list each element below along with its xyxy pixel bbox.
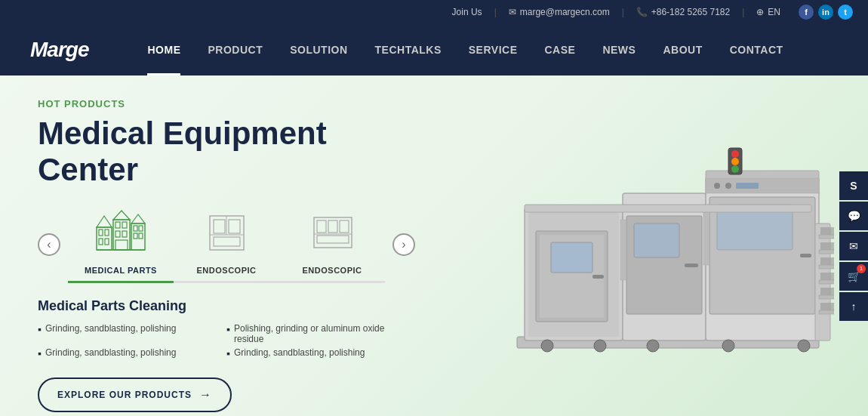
main-title: Medical Equipment Center [38,116,400,189]
skype-button[interactable]: S [839,171,868,200]
side-buttons: S 💬 ✉ 🛒 1 ↑ [839,171,868,321]
svg-rect-15 [139,233,143,239]
svg-point-63 [731,158,739,165]
linkedin-icon[interactable]: in [818,5,833,20]
product-title: Medical Parts Cleaning [38,298,400,314]
svg-rect-14 [134,233,137,239]
svg-rect-37 [593,275,604,279]
divider-1: | [494,7,497,17]
svg-rect-42 [634,223,679,257]
svg-rect-12 [134,226,137,231]
machine-image [472,103,834,390]
carousel-label-endoscopic-2: ENDOSCOPIC [303,266,362,275]
twitter-icon[interactable]: t [838,5,853,20]
carousel-underline-endoscopic-2 [279,281,385,283]
nav-techtalks[interactable]: TECHTALKS [362,24,455,75]
nav-service[interactable]: SERVICE [455,24,531,75]
svg-rect-21 [214,220,225,233]
carousel-underline-endoscopic-1 [174,281,279,283]
svg-rect-28 [328,220,337,233]
logo: Marge [30,38,88,62]
phone-contact[interactable]: 📞 +86-182 5265 7182 [636,7,730,17]
join-us-link[interactable]: Join Us [452,7,482,17]
svg-point-73 [798,340,810,352]
arrow-up-icon: ↑ [851,300,857,313]
carousel-label-medical: MEDICAL PARTS [85,266,157,275]
feature-4: ▪ Grinding, sandblasting, polishing [226,347,400,360]
carousel-item-endoscopic-1[interactable]: ENDOSCOPIC [174,207,279,283]
svg-rect-9 [122,231,127,237]
explore-button[interactable]: EXPLORE OUR PRODUCTS → [38,377,232,412]
feature-1: ▪ Grinding, sandblasting, polishing [38,323,211,344]
bullet-2: ▪ [226,323,230,336]
svg-point-71 [647,340,659,352]
explore-label: EXPLORE OUR PRODUCTS [57,390,192,400]
carousel-underline-medical [68,281,174,283]
svg-rect-50 [819,265,834,269]
facebook-icon[interactable]: f [799,5,814,20]
svg-rect-22 [229,220,240,233]
svg-rect-51 [819,280,834,284]
cart-button[interactable]: 🛒 1 [839,262,868,291]
svg-rect-58 [820,288,834,295]
svg-point-67 [725,183,731,189]
carousel-item-medical-parts[interactable]: MEDICAL PARTS [68,207,174,283]
nav-product[interactable]: PRODUCT [194,24,276,75]
nav-about[interactable]: ABOUT [649,24,716,75]
svg-rect-75 [703,205,709,265]
product-carousel: ‹ [38,207,400,283]
svg-point-69 [541,340,553,352]
carousel-next[interactable]: › [392,233,415,256]
svg-point-64 [731,165,739,173]
whatsapp-button[interactable]: 💬 [839,202,868,230]
email-button[interactable]: ✉ [839,232,868,260]
svg-marker-17 [97,216,112,227]
svg-rect-56 [820,257,834,265]
email-contact[interactable]: ✉ marge@margecn.com [509,7,610,17]
nav-case[interactable]: CASE [531,24,589,75]
divider-2: | [622,7,624,17]
svg-point-66 [714,183,720,189]
svg-rect-27 [317,220,326,233]
carousel-item-endoscopic-2[interactable]: ENDOSCOPIC [279,207,385,283]
carousel-label-endoscopic-1: ENDOSCOPIC [197,266,257,275]
svg-rect-53 [819,310,834,314]
svg-rect-65 [706,178,819,193]
svg-rect-52 [819,295,834,299]
carousel-items: MEDICAL PARTS [60,207,392,283]
svg-rect-1 [99,230,103,236]
scroll-top-button[interactable]: ↑ [839,292,868,321]
svg-rect-13 [139,226,143,231]
svg-point-72 [722,340,734,352]
nav-home[interactable]: HOME [134,24,194,75]
lang-selector[interactable]: ⊕ EN [756,7,780,17]
nav-solution[interactable]: SOLUTION [276,24,361,75]
social-icons: f in t [799,5,853,20]
divider-3: | [742,7,744,17]
nav-contact[interactable]: CONTACT [716,24,797,75]
svg-point-62 [731,150,739,158]
navbar: Marge HOME PRODUCT SOLUTION TECHTALKS SE… [0,24,868,75]
nav-news[interactable]: NEWS [589,24,649,75]
carousel-prev[interactable]: ‹ [38,233,60,256]
svg-rect-38 [551,242,593,273]
svg-rect-23 [214,237,240,246]
feature-2: ▪ Polishing, grinding or aluminum oxide … [226,323,400,344]
svg-rect-76 [525,205,811,212]
svg-marker-18 [113,211,130,220]
right-panel [438,75,868,416]
svg-rect-41 [685,263,698,267]
features-grid: ▪ Grinding, sandblasting, polishing ▪ Po… [38,323,400,360]
svg-rect-55 [820,242,834,250]
product-details: Medical Parts Cleaning ▪ Grinding, sandb… [38,298,400,360]
svg-rect-57 [820,273,834,280]
svg-rect-10 [115,240,128,250]
svg-marker-19 [131,214,145,223]
skype-icon: S [850,180,857,192]
bullet-4: ▪ [226,347,230,360]
svg-rect-48 [819,235,834,239]
svg-rect-30 [317,236,349,243]
arrow-icon: → [199,388,212,402]
svg-rect-4 [105,239,109,245]
svg-rect-68 [736,183,759,189]
